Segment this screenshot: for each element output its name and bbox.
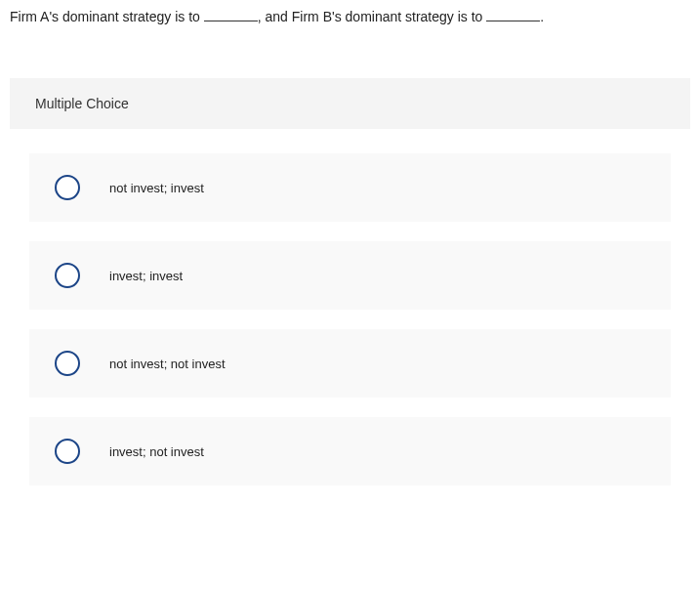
radio-icon[interactable]: [55, 439, 80, 464]
blank-1: [204, 8, 258, 21]
radio-icon[interactable]: [55, 175, 80, 200]
radio-icon[interactable]: [55, 351, 80, 376]
option-label: invest; invest: [109, 269, 183, 283]
option-label: not invest; invest: [109, 181, 204, 195]
option-4[interactable]: invest; not invest: [29, 417, 671, 485]
question-text: Firm A's dominant strategy is to , and F…: [0, 0, 700, 24]
answer-container: Multiple Choice not invest; invest inves…: [0, 78, 700, 515]
option-1[interactable]: not invest; invest: [29, 153, 671, 222]
option-3[interactable]: not invest; not invest: [29, 329, 671, 398]
option-label: invest; not invest: [109, 444, 204, 459]
options-list: not invest; invest invest; invest not in…: [10, 129, 690, 515]
blank-2: [486, 8, 540, 21]
option-label: not invest; not invest: [109, 357, 226, 371]
option-2[interactable]: invest; invest: [29, 241, 671, 310]
question-middle: , and Firm B's dominant strategy is to: [258, 9, 487, 24]
section-header: Multiple Choice: [10, 78, 690, 129]
question-prefix: Firm A's dominant strategy is to: [10, 9, 204, 24]
question-suffix: .: [540, 9, 544, 24]
radio-icon[interactable]: [55, 263, 80, 288]
section-header-label: Multiple Choice: [35, 96, 129, 111]
